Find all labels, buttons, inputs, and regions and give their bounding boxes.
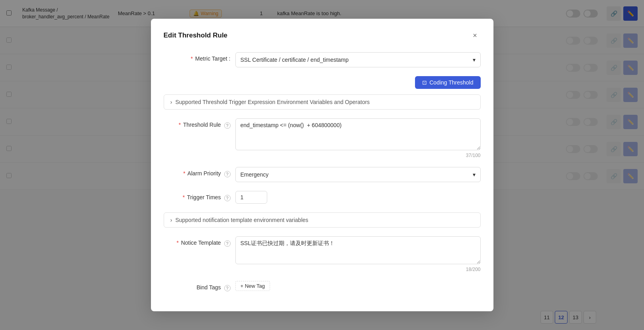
new-tag-button[interactable]: + New Tag <box>235 281 270 291</box>
chevron-down-icon-2: ▾ <box>473 171 476 178</box>
edit-threshold-modal: Edit Threshold Rule × * Metric Target : … <box>151 19 493 311</box>
threshold-rule-control: 37/100 <box>235 118 481 158</box>
coding-threshold-button[interactable]: ⊡ Coding Threshold <box>415 76 480 89</box>
notice-template-label: * Notice Template ? <box>164 236 235 246</box>
notice-template-help-icon[interactable]: ? <box>224 240 231 247</box>
alarm-priority-help-icon[interactable]: ? <box>224 171 231 177</box>
required-star-4: * <box>182 194 184 200</box>
metric-target-select[interactable]: SSL Certificate / certificate / end_time… <box>235 52 481 67</box>
trigger-times-control <box>235 191 481 204</box>
chevron-right-icon-2: › <box>170 217 172 223</box>
notice-template-row: * Notice Template ? 18/200 <box>164 236 481 272</box>
coding-threshold-row: ⊡ Coding Threshold <box>164 76 481 89</box>
alarm-priority-select[interactable]: Emergency ▾ <box>235 167 481 182</box>
trigger-times-help-icon[interactable]: ? <box>224 195 231 201</box>
close-button[interactable]: × <box>470 30 481 41</box>
threshold-rule-label: * Threshold Rule ? <box>164 118 235 128</box>
threshold-rule-row: * Threshold Rule ? 37/100 <box>164 118 481 158</box>
coding-icon: ⊡ <box>422 79 427 86</box>
trigger-times-row: * Trigger Times ? <box>164 191 481 204</box>
bind-tags-row: Bind Tags ? + New Tag <box>164 281 481 291</box>
supported-notification-section[interactable]: › Supported notification template enviro… <box>164 212 481 228</box>
alarm-priority-row: * Alarm Priority ? Emergency ▾ <box>164 167 481 182</box>
alarm-priority-control: Emergency ▾ <box>235 167 481 182</box>
chevron-right-icon: › <box>170 99 172 105</box>
trigger-times-label: * Trigger Times ? <box>164 191 235 201</box>
modal-title: Edit Threshold Rule <box>164 31 228 39</box>
notice-char-count: 18/200 <box>235 267 481 272</box>
threshold-rule-help-icon[interactable]: ? <box>224 122 231 129</box>
bind-tags-label: Bind Tags ? <box>164 281 235 291</box>
required-star-3: * <box>183 170 185 177</box>
required-star-5: * <box>176 240 178 246</box>
modal-overlay: Edit Threshold Rule × * Metric Target : … <box>0 0 644 330</box>
metric-target-row: * Metric Target : SSL Certificate / cert… <box>164 52 481 67</box>
bind-tags-help-icon[interactable]: ? <box>224 285 231 291</box>
notice-template-textarea[interactable] <box>235 236 481 264</box>
threshold-char-count: 37/100 <box>235 153 481 158</box>
alarm-priority-label: * Alarm Priority ? <box>164 167 235 177</box>
required-star-2: * <box>179 122 181 128</box>
supported-trigger-section[interactable]: › Supported Threshold Trigger Expression… <box>164 94 481 110</box>
metric-target-label: * Metric Target : <box>164 52 235 62</box>
trigger-times-input[interactable] <box>235 191 267 204</box>
modal-header: Edit Threshold Rule × <box>164 30 481 41</box>
required-star: * <box>191 55 193 62</box>
threshold-rule-textarea[interactable] <box>235 118 481 150</box>
bind-tags-control: + New Tag <box>235 281 481 291</box>
notice-template-control: 18/200 <box>235 236 481 272</box>
metric-target-control: SSL Certificate / certificate / end_time… <box>235 52 481 67</box>
chevron-down-icon: ▾ <box>473 57 476 63</box>
